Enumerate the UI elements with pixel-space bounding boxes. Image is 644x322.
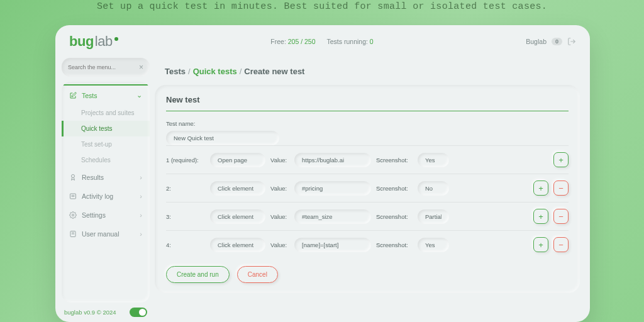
screenshot-label: Screenshot:	[376, 185, 413, 192]
sub-item-quick-tests[interactable]: Quick tests	[62, 121, 150, 136]
remove-step-button[interactable]: −	[553, 209, 569, 224]
step-row-3: 3: Value: Screenshot: + −	[166, 202, 569, 230]
edit-icon	[69, 92, 77, 99]
book-icon	[69, 230, 77, 238]
free-value: 205 / 250	[288, 38, 316, 45]
nav-label: Activity log	[82, 192, 113, 200]
chevron-down-icon: ⌄	[136, 91, 142, 99]
topbar-account[interactable]: Buglab 0	[526, 37, 576, 46]
sidebar: × Tests ⌄ Projects and suites Quick test…	[55, 58, 155, 322]
cancel-button[interactable]: Cancel	[237, 266, 278, 283]
screenshot-label: Screenshot:	[376, 157, 413, 164]
account-name: Buglab	[526, 38, 547, 45]
step-num: 1 (required):	[166, 157, 205, 164]
search-input[interactable]	[68, 64, 139, 70]
breadcrumb: Tests/Quick tests/Create new test	[155, 62, 580, 85]
nav-item-results[interactable]: Results ›	[62, 168, 150, 187]
screenshot-label: Screenshot:	[376, 242, 413, 248]
step-num: 3:	[166, 213, 205, 220]
free-quota: Free: 205 / 250	[270, 38, 315, 45]
sub-item-projects[interactable]: Projects and suites	[62, 105, 150, 121]
sidebar-nav: Tests ⌄ Projects and suites Quick tests …	[62, 82, 150, 303]
topbar: buglab Free: 205 / 250 Tests running: 0 …	[55, 25, 590, 58]
sub-item-schedules[interactable]: Schedules	[62, 152, 150, 168]
theme-toggle[interactable]	[130, 308, 147, 317]
sidebar-footer: buglab v0.9 © 2024	[62, 303, 150, 317]
step-row-2: 2: Value: Screenshot: + −	[166, 174, 569, 202]
nav-item-settings[interactable]: Settings ›	[62, 206, 150, 225]
sidebar-search[interactable]: ×	[62, 58, 150, 77]
topbar-stats: Free: 205 / 250 Tests running: 0	[270, 38, 373, 45]
svg-point-0	[72, 175, 75, 178]
tests-running: Tests running: 0	[327, 38, 374, 45]
add-step-button[interactable]: +	[553, 152, 569, 167]
step-value-input[interactable]	[294, 209, 371, 224]
value-label: Value:	[270, 157, 289, 164]
breadcrumb-create: Create new test	[244, 67, 304, 76]
create-run-button[interactable]: Create and run	[166, 266, 230, 283]
step-action-input[interactable]	[210, 238, 265, 252]
logo[interactable]: buglab	[69, 33, 118, 50]
logo-dot-icon	[114, 37, 118, 41]
form-actions: Create and run Cancel	[166, 258, 569, 283]
breadcrumb-tests[interactable]: Tests	[165, 67, 186, 76]
add-step-button[interactable]: +	[533, 180, 548, 196]
notification-badge: 0	[552, 38, 562, 45]
new-test-card: New test Test name: 1 (required): Value:…	[155, 85, 580, 293]
step-screenshot-input[interactable]	[418, 209, 449, 224]
nav-label: Tests	[82, 92, 97, 99]
step-screenshot-input[interactable]	[418, 181, 449, 196]
chevron-right-icon: ›	[140, 230, 142, 238]
step-value-input[interactable]	[294, 238, 371, 252]
nav-label: Settings	[82, 211, 106, 219]
chevron-right-icon: ›	[140, 174, 142, 181]
logo-part1: bug	[69, 33, 94, 50]
card-heading: New test	[166, 85, 569, 111]
value-label: Value:	[270, 242, 289, 248]
badge-icon	[69, 174, 77, 181]
free-label: Free:	[270, 38, 286, 45]
nav-item-manual[interactable]: User manual ›	[62, 225, 150, 243]
value-label: Value:	[270, 213, 289, 220]
add-step-button[interactable]: +	[533, 209, 548, 224]
main-panel: Tests/Quick tests/Create new test New te…	[155, 58, 590, 322]
test-name-input[interactable]	[166, 131, 279, 145]
nav-label: Results	[82, 174, 104, 181]
value-label: Value:	[270, 185, 289, 192]
chevron-right-icon: ›	[140, 192, 142, 200]
app-window: buglab Free: 205 / 250 Tests running: 0 …	[55, 25, 590, 322]
step-value-input[interactable]	[294, 153, 371, 167]
running-value: 0	[370, 38, 374, 45]
nav-item-tests[interactable]: Tests ⌄	[62, 84, 150, 105]
step-num: 2:	[166, 185, 205, 192]
test-name-label: Test name:	[166, 111, 569, 131]
nav-label: User manual	[82, 230, 119, 238]
step-action-input[interactable]	[210, 181, 265, 196]
gear-icon	[69, 211, 77, 219]
step-row-4: 4: Value: Screenshot: + −	[166, 230, 569, 258]
step-row-1: 1 (required): Value: Screenshot: +	[166, 145, 569, 174]
step-action-input[interactable]	[210, 209, 265, 224]
step-screenshot-input[interactable]	[418, 153, 449, 167]
step-num: 4:	[166, 242, 205, 248]
step-screenshot-input[interactable]	[418, 238, 449, 252]
step-value-input[interactable]	[294, 181, 371, 196]
list-icon	[69, 192, 77, 200]
sub-item-test-setup[interactable]: Test set-up	[62, 136, 150, 152]
logout-icon[interactable]	[567, 37, 576, 46]
remove-step-button[interactable]: −	[553, 237, 569, 252]
logo-part2: lab	[95, 33, 113, 50]
chevron-right-icon: ›	[140, 211, 142, 219]
version-text: buglab v0.9 © 2024	[64, 309, 116, 316]
tagline-text: Set up a quick test in minutes. Best sui…	[0, 0, 644, 12]
nav-item-activity[interactable]: Activity log ›	[62, 187, 150, 206]
remove-step-button[interactable]: −	[553, 180, 569, 196]
screenshot-label: Screenshot:	[376, 213, 413, 220]
running-label: Tests running:	[327, 38, 368, 45]
add-step-button[interactable]: +	[533, 237, 548, 252]
svg-point-4	[72, 214, 74, 216]
breadcrumb-quick-tests[interactable]: Quick tests	[193, 67, 237, 76]
clear-search-icon[interactable]: ×	[139, 63, 143, 72]
step-action-input[interactable]	[210, 153, 265, 167]
